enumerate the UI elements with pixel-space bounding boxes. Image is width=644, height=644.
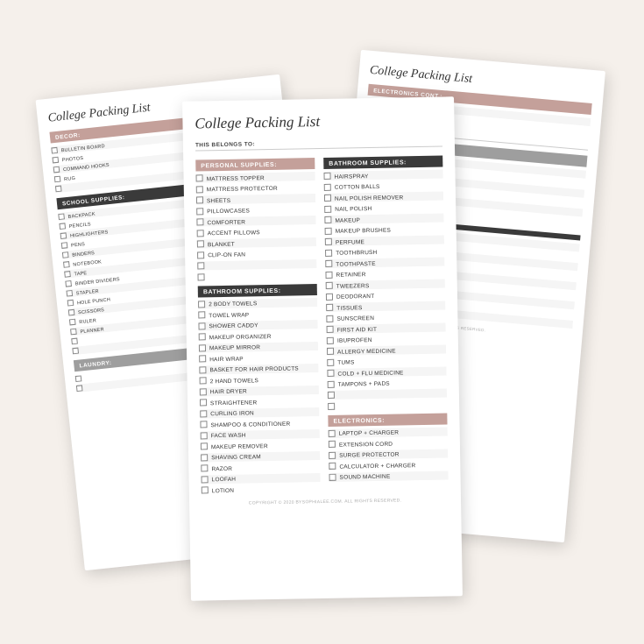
- checkbox[interactable]: [52, 156, 59, 163]
- list-item: FACE WASH: [200, 428, 319, 439]
- checkbox[interactable]: [323, 172, 330, 179]
- checkbox[interactable]: [324, 205, 331, 212]
- list-item: SURGE PROTECTOR: [329, 449, 448, 459]
- checkbox[interactable]: [328, 440, 335, 447]
- checkbox[interactable]: [67, 299, 74, 306]
- checkbox[interactable]: [327, 358, 334, 365]
- checkbox[interactable]: [201, 464, 208, 471]
- checkbox[interactable]: [200, 409, 207, 416]
- checkbox[interactable]: [199, 365, 206, 372]
- checkbox[interactable]: [195, 185, 202, 192]
- checkbox[interactable]: [196, 240, 203, 247]
- checkbox[interactable]: [198, 343, 205, 350]
- list-item: HAIR WRAP: [199, 352, 318, 363]
- list-item: [327, 388, 446, 399]
- checkbox[interactable]: [60, 242, 67, 249]
- checkbox[interactable]: [197, 251, 204, 258]
- list-item: SOUND MACHINE: [329, 471, 448, 481]
- checkbox[interactable]: [326, 303, 333, 310]
- list-item: [197, 259, 316, 270]
- checkbox[interactable]: [67, 308, 74, 315]
- checkbox[interactable]: [325, 259, 332, 266]
- checkbox[interactable]: [196, 218, 203, 225]
- checkbox[interactable]: [329, 451, 336, 458]
- checkbox[interactable]: [327, 369, 334, 376]
- list-item: CLIP-ON FAN: [197, 248, 316, 258]
- checkbox[interactable]: [201, 453, 208, 460]
- checkbox[interactable]: [325, 249, 332, 256]
- checkbox[interactable]: [74, 375, 81, 382]
- checkbox[interactable]: [199, 377, 206, 384]
- checkbox[interactable]: [196, 207, 203, 214]
- checkbox[interactable]: [75, 385, 82, 392]
- checkbox[interactable]: [326, 336, 333, 343]
- checkbox[interactable]: [326, 315, 333, 322]
- checkbox[interactable]: [324, 216, 331, 223]
- electronics-header: ELECTRONICS:: [328, 413, 447, 426]
- checkbox[interactable]: [61, 251, 68, 258]
- list-item: PILLOWCASES: [196, 204, 315, 215]
- checkbox[interactable]: [197, 272, 204, 280]
- list-item: LAPTOP + CHARGER: [328, 427, 447, 437]
- checkbox[interactable]: [329, 462, 336, 469]
- checkbox[interactable]: [199, 355, 206, 362]
- checkbox[interactable]: [328, 429, 335, 436]
- list-item: MAKEUP ORGANIZER: [198, 330, 317, 341]
- list-item: TOOTHPASTE: [325, 257, 444, 267]
- checkbox[interactable]: [325, 293, 332, 300]
- list-item: COMFORTER: [196, 216, 315, 226]
- checkbox[interactable]: [195, 196, 202, 203]
- checkbox[interactable]: [200, 421, 207, 428]
- bathroom-supplies-header-left: BATHROOM SUPPLIES:: [197, 283, 316, 296]
- checkbox[interactable]: [201, 475, 208, 482]
- checkbox[interactable]: [68, 318, 75, 325]
- checkbox[interactable]: [329, 473, 336, 480]
- list-item: HAIRSPRAY: [323, 169, 442, 180]
- list-item: MATTRESS TOPPER: [195, 172, 315, 182]
- checkbox[interactable]: [200, 431, 207, 438]
- checkbox[interactable]: [198, 333, 205, 340]
- checkbox[interactable]: [53, 175, 60, 182]
- checkbox[interactable]: [70, 328, 77, 335]
- checkbox[interactable]: [196, 229, 203, 236]
- checkbox[interactable]: [53, 166, 60, 173]
- checkbox[interactable]: [195, 174, 202, 181]
- checkbox[interactable]: [325, 271, 332, 278]
- checkbox[interactable]: [199, 387, 206, 394]
- checkbox[interactable]: [54, 185, 61, 192]
- checkbox[interactable]: [198, 300, 205, 307]
- checkbox[interactable]: [66, 289, 73, 296]
- checkbox[interactable]: [200, 442, 207, 449]
- checkbox[interactable]: [63, 261, 70, 268]
- checkbox[interactable]: [325, 281, 332, 288]
- checkbox[interactable]: [201, 486, 208, 493]
- checkbox[interactable]: [199, 399, 206, 406]
- checkbox[interactable]: [328, 402, 335, 409]
- checkbox[interactable]: [323, 194, 330, 201]
- list-item: TWEEZERS: [325, 279, 444, 289]
- checkbox[interactable]: [326, 325, 333, 332]
- belongs-to-label: THIS BELONGS TO:: [195, 137, 442, 147]
- checkbox[interactable]: [327, 380, 334, 387]
- checkbox[interactable]: [323, 183, 330, 190]
- checkbox[interactable]: [71, 337, 78, 344]
- checkbox[interactable]: [326, 347, 333, 354]
- checkbox[interactable]: [60, 232, 67, 239]
- checkbox[interactable]: [64, 271, 71, 278]
- checkbox[interactable]: [72, 347, 79, 354]
- checkbox[interactable]: [327, 391, 334, 398]
- list-item: SHAMPOO & CONDITIONER: [200, 418, 319, 428]
- checkbox[interactable]: [198, 311, 205, 318]
- checkbox[interactable]: [59, 223, 66, 230]
- checkbox[interactable]: [198, 322, 205, 329]
- checkbox[interactable]: [324, 227, 331, 234]
- checkbox[interactable]: [51, 146, 58, 153]
- checkbox[interactable]: [58, 213, 65, 220]
- checkbox[interactable]: [65, 280, 72, 287]
- list-item: 2 HAND TOWELS: [199, 374, 318, 385]
- list-item: SHEETS: [195, 194, 315, 204]
- checkbox[interactable]: [197, 262, 204, 269]
- list-item: NAIL POLISH REMOVER: [323, 191, 442, 202]
- checkbox[interactable]: [324, 237, 331, 244]
- list-item: ALLERGY MEDICINE: [326, 344, 445, 355]
